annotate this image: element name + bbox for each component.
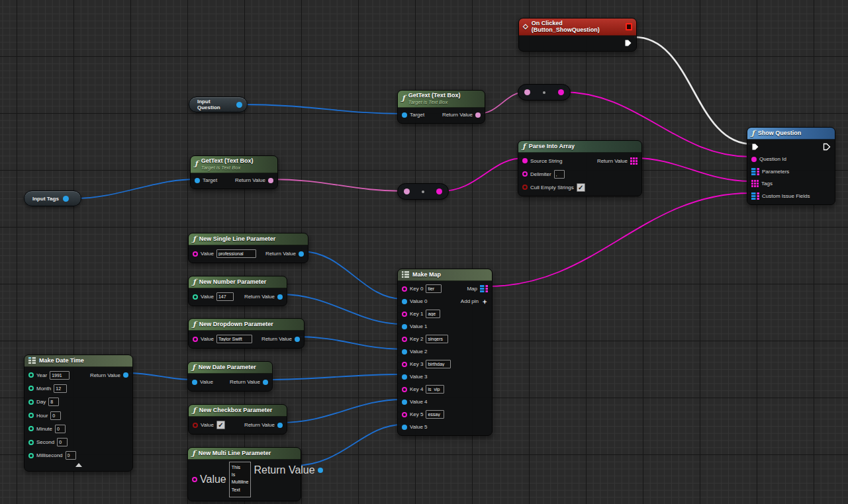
node-new-single-line-parameter[interactable]: New Single Line Parameter Value Return V… xyxy=(188,233,308,263)
pin-key-3[interactable]: Key 3 xyxy=(402,360,451,368)
node-new-number-parameter[interactable]: New Number Parameter Value Return Value xyxy=(188,276,287,306)
value-checkbox[interactable] xyxy=(216,421,225,429)
conversion-node-text-to-string-2[interactable] xyxy=(397,183,449,200)
exec-out-pin[interactable] xyxy=(823,143,831,151)
conversion-node-text-to-string-1[interactable] xyxy=(518,84,571,101)
pin-hour[interactable]: Hour xyxy=(28,411,61,420)
node-on-clicked-event[interactable]: On Clicked (Button_ShowQuestion) xyxy=(518,18,637,52)
pin-target[interactable]: Target xyxy=(195,177,217,183)
pin-value[interactable]: Value xyxy=(193,292,234,301)
event-icon xyxy=(523,23,528,30)
variable-output-pin[interactable] xyxy=(63,196,69,202)
function-icon xyxy=(193,278,196,286)
add-pin-button[interactable]: Add pin xyxy=(461,298,488,305)
second-field[interactable] xyxy=(57,438,68,446)
pin-target[interactable]: Target xyxy=(402,112,424,118)
pin-value-4[interactable]: Value 4 xyxy=(402,399,428,405)
delimiter-field[interactable] xyxy=(554,170,565,179)
blueprint-canvas[interactable]: On Clicked (Button_ShowQuestion) xyxy=(0,0,848,504)
pin-value[interactable]: Value xyxy=(192,474,226,485)
pin-return-value[interactable]: Return Value xyxy=(244,294,283,300)
node-new-dropdown-parameter[interactable]: New Dropdown Parameter Value Return Valu… xyxy=(188,318,305,349)
hour-field[interactable] xyxy=(50,411,61,420)
variable-label: Input Tags xyxy=(32,196,59,202)
pin-value-3[interactable]: Value 3 xyxy=(402,374,428,380)
pin-value-0[interactable]: Value 0 xyxy=(402,298,428,304)
millisecond-field[interactable] xyxy=(66,451,76,460)
pin-return-value[interactable]: Return Value xyxy=(235,177,273,183)
pin-custom-issue-fields[interactable]: Custom Issue Fields xyxy=(751,192,810,200)
pin-minute[interactable]: Minute xyxy=(28,425,66,433)
node-new-date-parameter[interactable]: New Date Parameter Value Return Value xyxy=(187,361,273,392)
node-make-date-time[interactable]: Make Date Time Year Return Value xyxy=(24,355,133,472)
cull-empty-checkbox[interactable] xyxy=(577,183,585,192)
text-input-pin[interactable] xyxy=(524,89,530,95)
delegate-pin-icon[interactable] xyxy=(626,23,632,30)
year-field[interactable] xyxy=(50,371,70,380)
pin-parameters[interactable]: Parameters xyxy=(751,168,789,175)
key-5-field[interactable] xyxy=(426,410,444,419)
month-field[interactable] xyxy=(54,384,67,393)
exec-in-pin[interactable] xyxy=(751,143,759,151)
value-field[interactable] xyxy=(216,249,256,258)
pin-key-5[interactable]: Key 5 xyxy=(402,410,444,419)
pin-map-output[interactable]: Map xyxy=(467,285,488,292)
pin-key-1[interactable]: Key 1 xyxy=(402,310,440,318)
pin-value-1[interactable]: Value 1 xyxy=(402,323,428,329)
pin-return-value[interactable]: Return Value xyxy=(90,372,128,378)
pin-value-5[interactable]: Value 5 xyxy=(402,424,428,430)
variable-node-input-tags[interactable]: Input Tags xyxy=(24,190,81,206)
pin-year[interactable]: Year xyxy=(28,371,70,380)
node-new-multi-line-parameter[interactable]: New Multi Line Parameter Value This Is M… xyxy=(187,447,301,501)
pin-return-value[interactable]: Return Value xyxy=(265,251,304,257)
pin-return-value[interactable]: Return Value xyxy=(244,422,283,428)
pin-second[interactable]: Second xyxy=(28,438,68,446)
pin-value[interactable]: Value xyxy=(193,335,252,343)
key-3-field[interactable] xyxy=(426,360,451,368)
pin-value[interactable]: Value xyxy=(193,421,225,429)
pin-source-string[interactable]: Source String xyxy=(522,158,562,164)
pin-delimiter[interactable]: Delimiter xyxy=(522,170,565,179)
string-output-pin[interactable] xyxy=(436,189,442,194)
key-4-field[interactable] xyxy=(426,385,444,394)
pin-cull-empty-strings[interactable]: Cull Empty Strings xyxy=(522,183,585,192)
pin-value[interactable]: Value xyxy=(192,379,213,385)
pin-return-value[interactable]: Return Value xyxy=(261,336,300,342)
pin-millisecond[interactable]: Millisecond xyxy=(28,451,76,460)
pin-day[interactable]: Day xyxy=(28,398,59,406)
multiline-text-field[interactable]: This Is Multiline Text xyxy=(229,462,252,497)
function-icon xyxy=(192,364,195,371)
exec-pin-icon xyxy=(751,143,759,151)
key-2-field[interactable] xyxy=(426,335,448,343)
text-input-pin[interactable] xyxy=(404,189,410,194)
pin-key-2[interactable]: Key 2 xyxy=(402,335,448,343)
value-field[interactable] xyxy=(216,335,252,343)
pin-question-id[interactable]: Question Id xyxy=(751,156,786,162)
key-0-field[interactable] xyxy=(426,284,442,293)
key-1-field[interactable] xyxy=(426,310,440,318)
node-new-checkbox-parameter[interactable]: New Checkbox Parameter Value Return Valu… xyxy=(188,404,287,435)
pin-return-value[interactable]: Return Value xyxy=(254,464,322,476)
node-make-map[interactable]: Make Map Key 0 Map xyxy=(397,269,493,436)
value-field[interactable] xyxy=(216,292,234,301)
string-output-pin[interactable] xyxy=(558,89,564,95)
node-gettext-tags[interactable]: GetText (Text Box) Target is Text Box Ta… xyxy=(190,155,278,189)
variable-node-input-question[interactable]: Input Question xyxy=(189,97,248,112)
collapse-arrow-icon[interactable] xyxy=(75,463,82,467)
variable-output-pin[interactable] xyxy=(236,102,242,108)
exec-out-pin[interactable] xyxy=(624,39,632,47)
node-show-question[interactable]: Show Question xyxy=(747,127,835,205)
minute-field[interactable] xyxy=(55,425,66,433)
node-gettext-question[interactable]: GetText (Text Box) Target is Text Box Ta… xyxy=(397,90,485,124)
pin-value-2[interactable]: Value 2 xyxy=(402,349,428,355)
pin-key-4[interactable]: Key 4 xyxy=(402,385,444,394)
pin-tags[interactable]: Tags xyxy=(751,180,773,187)
pin-key-0[interactable]: Key 0 xyxy=(402,284,442,293)
pin-return-value[interactable]: Return Value xyxy=(442,112,481,118)
day-field[interactable] xyxy=(48,398,59,406)
pin-return-value[interactable]: Return Value xyxy=(230,379,268,385)
pin-return-value[interactable]: Return Value xyxy=(597,157,637,165)
pin-value[interactable]: Value xyxy=(193,249,256,258)
pin-month[interactable]: Month xyxy=(28,384,67,393)
node-parse-into-array[interactable]: Parse Into Array Source String Return Va… xyxy=(518,140,642,196)
